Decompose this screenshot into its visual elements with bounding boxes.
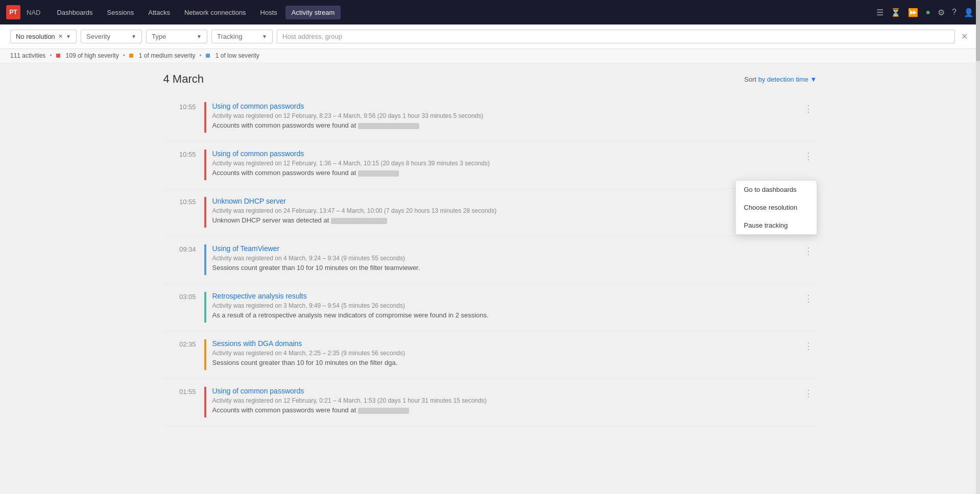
activity-list: 10:55 Using of common passwords Activity… bbox=[163, 94, 817, 426]
resolution-filter-label: No resolution bbox=[16, 33, 55, 40]
nav-dashboards[interactable]: Dashboards bbox=[51, 6, 99, 19]
sort-control[interactable]: Sort by detection time ▼ bbox=[744, 76, 817, 83]
resolution-filter-clear[interactable]: ✕ bbox=[58, 33, 63, 40]
activity-title[interactable]: Using of TeamViewer bbox=[212, 244, 800, 253]
user-icon[interactable]: 👤 bbox=[964, 8, 974, 17]
activity-severity-bar bbox=[204, 197, 206, 228]
app-logo: PT bbox=[6, 5, 20, 19]
host-filter[interactable]: Host address, group bbox=[277, 30, 955, 43]
activity-desc: Sessions count greater than 10 for 10 mi… bbox=[212, 264, 800, 271]
activity-item: 10:55 Using of common passwords Activity… bbox=[163, 94, 817, 141]
activity-severity-bar bbox=[204, 102, 206, 133]
activity-severity-bar bbox=[204, 339, 206, 370]
activity-severity-bar bbox=[204, 150, 206, 180]
scrollbar-track[interactable] bbox=[976, 0, 980, 436]
filter-close-button[interactable]: ✕ bbox=[959, 30, 970, 43]
stat-sep-2: • bbox=[123, 52, 125, 59]
help-icon[interactable]: ? bbox=[952, 8, 957, 17]
clock-icon[interactable]: ⏳ bbox=[891, 8, 901, 17]
high-severity-dot bbox=[56, 54, 60, 58]
activity-item: 02:35 Sessions with DGA domains Activity… bbox=[163, 331, 817, 379]
activity-desc: Accounts with common passwords were foun… bbox=[212, 121, 800, 129]
stats-bar: 111 activities • 109 of high severity • … bbox=[0, 49, 980, 62]
wrench-icon[interactable]: ⚙ bbox=[938, 8, 945, 17]
medium-severity-count: 1 of medium severity bbox=[139, 52, 196, 59]
activity-menu-button[interactable]: ⋮ bbox=[800, 292, 817, 305]
type-filter-label: Type bbox=[152, 33, 194, 40]
activity-menu-button[interactable]: ⋮ bbox=[800, 339, 817, 353]
activity-time: 10:55 bbox=[163, 197, 204, 206]
activity-content: Sessions with DGA domains Activity was r… bbox=[212, 339, 800, 366]
activity-title[interactable]: Using of common passwords bbox=[212, 150, 800, 158]
activity-title[interactable]: Using of common passwords bbox=[212, 102, 800, 110]
activity-item: 03:05 Retrospective analysis results Act… bbox=[163, 284, 817, 331]
activity-title[interactable]: Sessions with DGA domains bbox=[212, 339, 800, 348]
nav-hosts[interactable]: Hosts bbox=[254, 6, 283, 19]
activity-menu-button[interactable]: ⋮ bbox=[800, 102, 817, 115]
activity-desc: Sessions count greater than 10 for 10 mi… bbox=[212, 359, 800, 366]
activity-content: Using of TeamViewer Activity was registe… bbox=[212, 244, 800, 271]
severity-filter[interactable]: Severity ▼ bbox=[81, 30, 142, 43]
sort-link[interactable]: by detection time ▼ bbox=[758, 76, 817, 83]
resolution-filter[interactable]: No resolution ✕ ▼ bbox=[10, 30, 77, 43]
low-severity-count: 1 of low severity bbox=[216, 52, 259, 59]
filter-bar: No resolution ✕ ▼ Severity ▼ Type ▼ Trac… bbox=[0, 24, 980, 49]
activity-desc: Accounts with common passwords were foun… bbox=[212, 406, 800, 414]
scrollbar-thumb[interactable] bbox=[976, 0, 980, 61]
medium-severity-dot bbox=[129, 54, 133, 58]
context-menu-item[interactable]: Choose resolution bbox=[736, 199, 817, 216]
nav-attacks[interactable]: Attacks bbox=[142, 6, 176, 19]
activity-meta: Activity was registered on 4 March, 2:25… bbox=[212, 350, 800, 357]
activity-content: Using of common passwords Activity was r… bbox=[212, 150, 800, 177]
main-content: 4 March Sort by detection time ▼ 10:55 U… bbox=[153, 62, 827, 436]
activity-severity-bar bbox=[204, 387, 206, 417]
status-icon: ● bbox=[925, 8, 930, 17]
type-filter-arrow: ▼ bbox=[197, 34, 202, 39]
context-menu-item[interactable]: Go to dashboards bbox=[736, 181, 817, 199]
activity-time: 02:35 bbox=[163, 339, 204, 348]
date-header: 4 March Sort by detection time ▼ bbox=[163, 72, 817, 86]
activity-time: 10:55 bbox=[163, 102, 204, 111]
context-menu-item[interactable]: Pause tracking bbox=[736, 216, 817, 234]
activity-menu-button[interactable]: ⋮ bbox=[800, 244, 817, 258]
activity-meta: Activity was registered on 12 February, … bbox=[212, 160, 800, 167]
tracking-filter-arrow: ▼ bbox=[262, 34, 267, 39]
low-severity-dot bbox=[206, 54, 210, 58]
activity-desc: Unknown DHCP server was detected at bbox=[212, 216, 800, 224]
high-severity-count: 109 of high severity bbox=[66, 52, 119, 59]
app-name: NAD bbox=[27, 9, 40, 16]
activity-time: 09:34 bbox=[163, 244, 204, 253]
nav-sessions[interactable]: Sessions bbox=[101, 6, 140, 19]
activity-meta: Activity was registered on 24 February, … bbox=[212, 207, 800, 214]
activity-content: Using of common passwords Activity was r… bbox=[212, 387, 800, 414]
activity-title[interactable]: Using of common passwords bbox=[212, 387, 800, 395]
nav-icon-group: ☰ ⏳ ⏩ ● ⚙ ? 👤 bbox=[876, 8, 974, 17]
activity-menu-button[interactable]: ⋮ bbox=[800, 387, 817, 400]
activity-meta: Activity was registered on 12 February, … bbox=[212, 397, 800, 404]
nav-network-connections[interactable]: Network connections bbox=[178, 6, 252, 19]
total-activities: 111 activities bbox=[10, 52, 45, 59]
sort-label: Sort bbox=[744, 76, 756, 83]
activity-item: 01:55 Using of common passwords Activity… bbox=[163, 379, 817, 426]
date-title: 4 March bbox=[163, 72, 204, 86]
activity-item: 10:55 Unknown DHCP server Activity was r… bbox=[163, 189, 817, 236]
activity-time: 03:05 bbox=[163, 292, 204, 301]
host-filter-placeholder: Host address, group bbox=[282, 33, 342, 40]
activity-menu-button[interactable]: ⋮ bbox=[800, 150, 817, 163]
menu-icon[interactable]: ☰ bbox=[876, 8, 883, 17]
type-filter[interactable]: Type ▼ bbox=[146, 30, 207, 43]
activity-item: 10:55 Using of common passwords Activity… bbox=[163, 141, 817, 189]
activity-meta: Activity was registered on 4 March, 9:24… bbox=[212, 255, 800, 262]
activity-title[interactable]: Retrospective analysis results bbox=[212, 292, 800, 300]
activity-title[interactable]: Unknown DHCP server bbox=[212, 197, 800, 205]
activity-time: 10:55 bbox=[163, 150, 204, 158]
activity-time: 01:55 bbox=[163, 387, 204, 396]
resolution-filter-arrow: ▼ bbox=[66, 34, 71, 39]
nav-activity-stream[interactable]: Activity stream bbox=[285, 6, 341, 19]
severity-filter-arrow: ▼ bbox=[131, 34, 136, 39]
forward-icon[interactable]: ⏩ bbox=[908, 8, 918, 17]
context-menu: Go to dashboardsChoose resolutionPause t… bbox=[735, 180, 817, 235]
severity-filter-label: Severity bbox=[86, 33, 128, 40]
tracking-filter[interactable]: Tracking ▼ bbox=[211, 30, 273, 43]
activity-meta: Activity was registered on 12 February, … bbox=[212, 112, 800, 119]
